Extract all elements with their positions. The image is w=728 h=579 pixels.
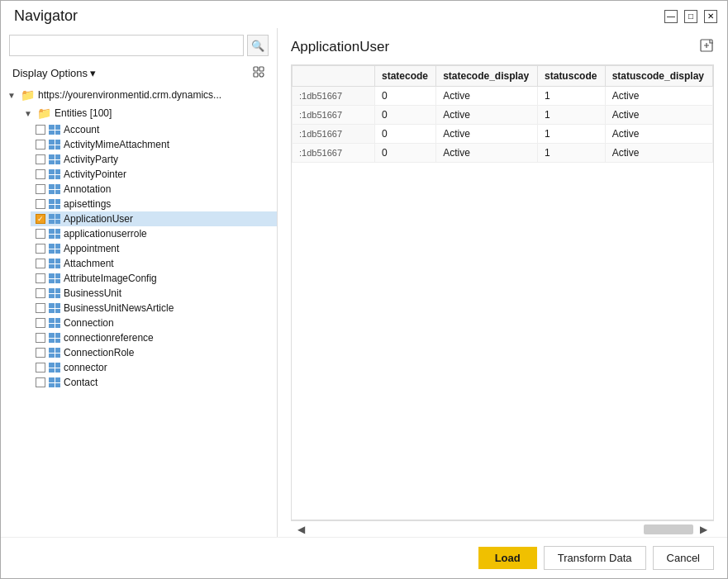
entity-item[interactable]: connectionreference (31, 330, 277, 345)
entity-table-icon (49, 333, 60, 343)
entity-checkbox[interactable] (36, 303, 45, 313)
table-cell: :1db51667 (293, 87, 375, 106)
table-cell: 1 (538, 106, 606, 125)
entity-name-label: AttributeImageConfig (64, 273, 157, 284)
entity-table-icon (49, 169, 60, 179)
display-options-button[interactable]: Display Options ▾ (9, 65, 99, 81)
svg-rect-1 (259, 67, 264, 71)
preview-header: ApplicationUser (291, 38, 714, 56)
scroll-right-arrow[interactable]: ▶ (697, 524, 711, 535)
entity-table-icon (49, 214, 60, 224)
search-button[interactable]: 🔍 (247, 35, 269, 56)
entity-checkbox[interactable] (36, 184, 45, 194)
entity-checkbox[interactable] (36, 377, 45, 387)
table-cell: 1 (538, 144, 606, 163)
entities-group-header[interactable]: ▼ 📁 Entities [100] (17, 104, 277, 122)
entity-name-label: ActivityParty (64, 154, 118, 165)
svg-point-3 (259, 73, 264, 77)
svg-rect-0 (254, 67, 258, 71)
table-body: :1db516670Active1Active:1db516670Active1… (293, 87, 713, 163)
entity-name-label: ActivityMimeAttachment (64, 139, 169, 150)
entity-name-label: apisettings (64, 198, 111, 210)
entity-item[interactable]: connector (31, 360, 277, 375)
entity-item[interactable]: ConnectionRole (31, 345, 277, 360)
entity-item[interactable]: Account (31, 122, 277, 137)
entity-name-label: Connection (64, 317, 114, 329)
horizontal-scrollbar[interactable]: ◀ ▶ (291, 520, 714, 537)
window-title: Navigator (14, 7, 78, 25)
cancel-button[interactable]: Cancel (653, 546, 714, 570)
entity-item[interactable]: ActivityParty (31, 152, 277, 167)
entity-item[interactable]: ActivityMimeAttachment (31, 137, 277, 152)
entity-checkbox[interactable] (36, 363, 45, 373)
scroll-left-arrow[interactable]: ◀ (294, 524, 308, 535)
entity-checkbox[interactable] (36, 348, 45, 358)
settings-button[interactable] (249, 63, 269, 83)
export-icon-button[interactable] (699, 38, 714, 56)
entity-name-label: Account (64, 124, 99, 135)
left-panel: 🔍 Display Options ▾ (1, 28, 278, 537)
entity-item[interactable]: applicationuserrole (31, 226, 277, 241)
table-row: :1db516670Active1Active (293, 144, 713, 163)
entity-item[interactable]: BusinessUnitNewsArticle (31, 301, 277, 316)
entity-checkbox[interactable]: ✓ (36, 214, 45, 224)
tree-area[interactable]: ▼ 📁 https://yourenvironmentid.crm.dynami… (1, 86, 277, 537)
scroll-thumb[interactable] (644, 524, 693, 534)
table-cell: Active (436, 106, 538, 125)
entity-table-icon (49, 259, 60, 268)
entity-checkbox[interactable] (36, 259, 45, 268)
entity-table-icon (49, 199, 60, 209)
entities-label: Entities [100] (55, 107, 112, 119)
right-panel: ApplicationUser statecodestatecode_displ… (278, 28, 727, 537)
entity-checkbox[interactable] (36, 318, 45, 328)
minimize-button[interactable]: — (664, 10, 678, 23)
entity-checkbox[interactable] (36, 199, 45, 209)
table-cell: 0 (375, 144, 436, 163)
entity-item[interactable]: Attachment (31, 256, 277, 271)
entity-checkbox[interactable] (36, 140, 45, 149)
entity-item[interactable]: Contact (31, 375, 277, 390)
search-icon: 🔍 (251, 40, 264, 52)
load-button[interactable]: Load (478, 547, 537, 569)
entity-checkbox[interactable] (36, 154, 45, 164)
table-row: :1db516670Active1Active (293, 125, 713, 144)
entity-checkbox[interactable] (36, 273, 45, 283)
entity-item[interactable]: Annotation (31, 182, 277, 197)
tree-root-item[interactable]: ▼ 📁 https://yourenvironmentid.crm.dynami… (1, 86, 277, 104)
transform-data-button[interactable]: Transform Data (544, 546, 646, 570)
table-cell: :1db51667 (293, 144, 375, 163)
chevron-down-icon: ▾ (90, 67, 96, 79)
content-area: 🔍 Display Options ▾ (1, 28, 727, 537)
table-cell: :1db51667 (293, 125, 375, 144)
entity-item[interactable]: BusinessUnit (31, 286, 277, 301)
entity-checkbox[interactable] (36, 125, 45, 135)
column-header: statecode_display (436, 66, 538, 87)
column-header: statuscode_display (605, 66, 712, 87)
entity-checkbox[interactable] (36, 229, 45, 239)
search-input[interactable] (9, 35, 244, 56)
entity-item[interactable]: ✓ApplicationUser (31, 211, 277, 226)
maximize-button[interactable]: □ (684, 10, 697, 23)
entity-checkbox[interactable] (36, 333, 45, 343)
entity-table-icon (49, 244, 60, 254)
entity-item[interactable]: Appointment (31, 241, 277, 256)
entity-checkbox[interactable] (36, 244, 45, 254)
table-cell: Active (605, 87, 712, 106)
table-cell: 0 (375, 106, 436, 125)
root-expand-icon: ▼ (6, 91, 17, 100)
entity-table-icon (49, 184, 60, 194)
entity-checkbox[interactable] (36, 169, 45, 179)
entity-item[interactable]: Connection (31, 316, 277, 330)
entity-item[interactable]: apisettings (31, 197, 277, 211)
data-table-wrap[interactable]: statecodestatecode_displaystatuscodestat… (291, 64, 714, 520)
entity-checkbox[interactable] (36, 288, 45, 298)
entity-name-label: connector (64, 362, 107, 373)
entity-name-label: connectionreference (64, 332, 154, 344)
entity-item[interactable]: ActivityPointer (31, 167, 277, 182)
preview-title: ApplicationUser (291, 39, 389, 55)
entity-table-icon (49, 125, 60, 135)
entity-table-icon (49, 377, 60, 387)
title-bar: Navigator — □ ✕ (1, 1, 727, 28)
close-button[interactable]: ✕ (704, 10, 717, 23)
entity-item[interactable]: AttributeImageConfig (31, 271, 277, 286)
